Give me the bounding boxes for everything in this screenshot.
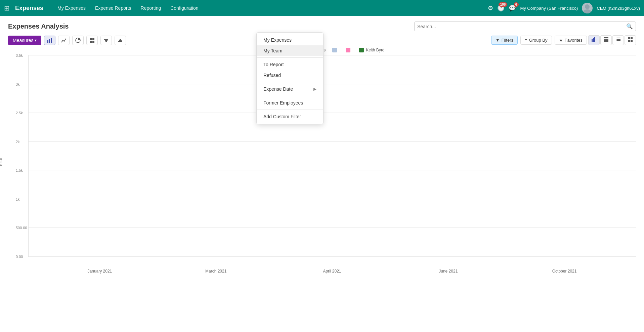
submenu-chevron-icon: ▶ xyxy=(313,87,316,91)
svg-rect-24 xyxy=(631,37,633,39)
measures-label: Measures xyxy=(13,38,33,43)
filter-option-former-employees[interactable]: Former Employees xyxy=(257,97,323,108)
y-label-0: 0.00 xyxy=(16,255,23,259)
svg-rect-3 xyxy=(49,39,50,43)
svg-rect-22 xyxy=(617,40,620,41)
list-view-button[interactable] xyxy=(612,35,624,45)
filter-option-my-team[interactable]: My Team xyxy=(257,45,323,56)
legend-color-unknown2 xyxy=(346,48,350,52)
search-input[interactable] xyxy=(417,24,626,29)
pie-chart-button[interactable] xyxy=(72,36,84,45)
svg-rect-21 xyxy=(616,40,616,41)
search-bar: 🔍 xyxy=(414,22,636,31)
bars-area xyxy=(29,55,636,256)
filter-option-my-expenses[interactable]: My Expenses xyxy=(257,35,323,45)
nav-links: My Expenses Expense Reports Reporting Co… xyxy=(53,0,482,16)
svg-point-1 xyxy=(583,9,591,13)
activity-icon[interactable]: 🕐 106 xyxy=(497,4,505,12)
svg-rect-10 xyxy=(592,39,593,42)
app-title: Expenses xyxy=(15,5,43,12)
separator-1 xyxy=(257,57,323,58)
svg-rect-19 xyxy=(616,39,616,40)
message-badge: 6 xyxy=(514,2,519,7)
filter-option-my-expenses-label: My Expenses xyxy=(263,37,292,43)
table-view-button[interactable] xyxy=(600,35,612,45)
y-label-2000: 2k xyxy=(16,140,20,144)
filter-option-to-report[interactable]: To Report xyxy=(257,59,323,70)
favorites-button[interactable]: ★ Favorites xyxy=(555,36,587,45)
filter-option-my-team-label: My Team xyxy=(263,48,283,53)
x-label-apr: April 2021 xyxy=(274,267,390,274)
nav-my-expenses[interactable]: My Expenses xyxy=(53,0,90,16)
svg-rect-14 xyxy=(604,39,608,40)
gridline-7: 0.00 xyxy=(29,256,636,257)
nav-configuration[interactable]: Configuration xyxy=(166,0,203,16)
user-name[interactable]: CEO (h2m2s3gn61xv) xyxy=(597,6,640,11)
separator-4 xyxy=(257,110,323,110)
filter-option-expense-date-label: Expense Date xyxy=(263,86,293,92)
legend-item-keith: Keith Byrd xyxy=(359,48,384,52)
x-labels: January 2021 March 2021 April 2021 June … xyxy=(28,267,636,274)
group-by-label: Group By xyxy=(529,38,548,43)
filter-option-add-custom-label: Add Custom Filter xyxy=(263,114,301,119)
line-chart-button[interactable] xyxy=(58,36,70,45)
svg-rect-9 xyxy=(92,41,94,43)
sort-asc-button[interactable] xyxy=(100,36,112,45)
search-icon[interactable]: 🔍 xyxy=(626,23,633,30)
pivot-view-button[interactable] xyxy=(625,35,636,45)
group-by-button[interactable]: ≡ Group By xyxy=(520,36,552,45)
toolbar-right: ▼ Filters ≡ Group By ★ Favorites xyxy=(491,35,636,45)
svg-rect-8 xyxy=(90,41,92,43)
page-content: Expenses Analysis 🔍 Measures ▾ xyxy=(0,16,644,279)
favorites-label: Favorites xyxy=(565,38,583,43)
svg-rect-4 xyxy=(51,38,52,43)
y-label-3500: 3.5k xyxy=(16,53,23,57)
app-grid-icon[interactable]: ⊞ xyxy=(4,4,10,12)
view-toggle xyxy=(588,35,636,45)
y-label-1500: 1.5k xyxy=(16,168,23,172)
filter-option-refused[interactable]: Refused xyxy=(257,70,323,81)
svg-rect-15 xyxy=(604,40,608,41)
separator-2 xyxy=(257,82,323,82)
page-header: Expenses Analysis 🔍 xyxy=(8,22,636,31)
filter-dropdown: My Expenses My Team To Report Refused Ex… xyxy=(256,32,324,124)
group-by-icon: ≡ xyxy=(525,38,527,43)
legend-item-unknown xyxy=(332,48,339,52)
toolbar-left: Measures ▾ xyxy=(8,36,126,45)
x-label-mar: March 2021 xyxy=(158,267,274,274)
svg-rect-6 xyxy=(90,38,92,40)
sort-desc-button[interactable] xyxy=(115,36,126,45)
y-axis-label: Total xyxy=(0,158,3,167)
filter-option-add-custom[interactable]: Add Custom Filter xyxy=(257,111,323,122)
filter-option-refused-label: Refused xyxy=(263,73,281,78)
filter-bar: ▼ Filters ≡ Group By ★ Favorites xyxy=(491,36,587,45)
chart-area: 3.5k 3k 2.5k 2k 1.5k 1k 500.00 0.00 xyxy=(28,55,636,257)
company-name[interactable]: My Company (San Francisco) xyxy=(520,6,578,11)
y-label-500: 500.00 xyxy=(16,226,27,230)
measures-button[interactable]: Measures ▾ xyxy=(8,36,41,45)
user-avatar[interactable] xyxy=(582,3,593,13)
filter-option-to-report-label: To Report xyxy=(263,62,284,67)
legend-color-keith xyxy=(359,48,364,52)
favorites-icon: ★ xyxy=(559,38,563,43)
activity-badge: 106 xyxy=(499,2,508,7)
svg-rect-18 xyxy=(617,38,620,38)
page-title: Expenses Analysis xyxy=(8,23,69,30)
measures-arrow-icon: ▾ xyxy=(35,38,37,43)
legend-color-unknown xyxy=(332,48,337,52)
filters-button[interactable]: ▼ Filters xyxy=(491,36,518,45)
settings-icon[interactable]: ⚙ xyxy=(488,4,493,12)
pivot-button[interactable] xyxy=(86,36,98,45)
svg-rect-13 xyxy=(604,37,608,38)
svg-rect-20 xyxy=(617,39,620,40)
svg-rect-26 xyxy=(631,40,633,42)
nav-expense-reports[interactable]: Expense Reports xyxy=(90,0,136,16)
x-label-jun: June 2021 xyxy=(390,267,506,274)
message-icon[interactable]: 💬 6 xyxy=(509,4,516,12)
filters-icon: ▼ xyxy=(496,38,500,43)
bar-chart-button[interactable] xyxy=(44,36,55,45)
bar-view-button[interactable] xyxy=(588,35,600,45)
nav-reporting[interactable]: Reporting xyxy=(136,0,166,16)
svg-rect-12 xyxy=(594,37,595,42)
filter-option-expense-date[interactable]: Expense Date ▶ xyxy=(257,84,323,94)
